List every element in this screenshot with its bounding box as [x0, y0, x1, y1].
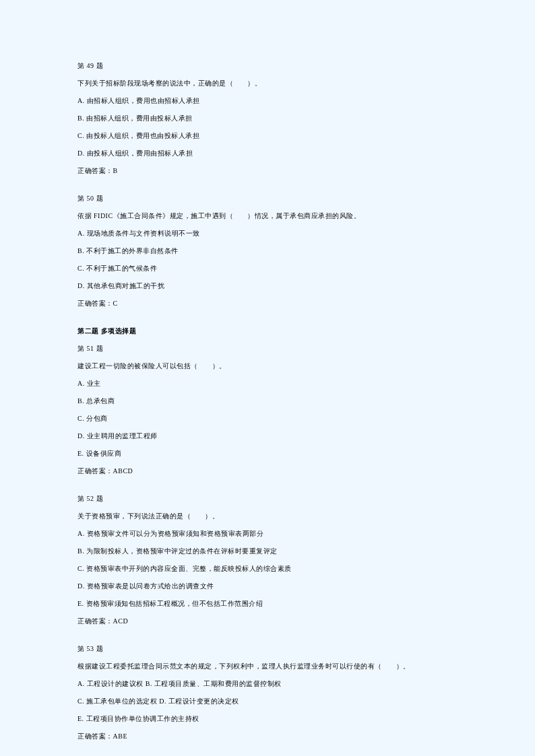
question-option: D. 由投标人组织，费用由招标人承担 — [77, 148, 458, 158]
question-answer: 正确答案：B — [77, 166, 458, 176]
question-header: 第 53 题 — [77, 644, 458, 654]
question-option: E. 工程项目协作单位协调工作的主持权 — [77, 714, 458, 724]
question-stem: 根据建设工程委托监理合同示范文本的规定，下列权利中，监理人执行监理业务时可以行使… — [77, 661, 458, 671]
question-option: C. 由投标人组织，费用也由投标人承担 — [77, 131, 458, 141]
question-block: 第 51 题 建设工程一切险的被保险人可以包括（ ）。 A. 业主 B. 总承包… — [77, 343, 458, 476]
question-answer: 正确答案：ABCD — [77, 466, 458, 476]
section-title: 第二题 多项选择题 — [77, 326, 458, 336]
question-option: A. 工程设计的建议权 B. 工程项目质量、工期和费用的监督控制权 — [77, 679, 458, 689]
question-option: C. 资格预审表中开列的内容应全面、完整，能反映投标人的综合素质 — [77, 563, 458, 574]
question-option: D. 其他承包商对施工的干扰 — [77, 281, 458, 291]
question-answer: 正确答案：C — [77, 298, 458, 308]
question-option: A. 业主 — [77, 378, 458, 388]
question-stem: 依据 FIDIC《施工合同条件》规定，施工中遇到（ ）情况，属于承包商应承担的风… — [77, 211, 458, 221]
question-stem: 下列关于招标阶段现场考察的说法中，正确的是（ ）。 — [77, 78, 458, 88]
question-header: 第 49 题 — [77, 61, 458, 71]
question-block: 第 49 题 下列关于招标阶段现场考察的说法中，正确的是（ ）。 A. 由招标人… — [77, 61, 458, 176]
question-option: B. 为限制投标人，资格预审中评定过的条件在评标时要重复评定 — [77, 546, 458, 556]
question-option: A. 现场地质条件与文件资料说明不一致 — [77, 228, 458, 238]
question-option: C. 不利于施工的气候条件 — [77, 263, 458, 273]
question-option: D. 资格预审表是以问卷方式给出的调查文件 — [77, 581, 458, 591]
question-option: E. 资格预审须知包括招标工程概况，但不包括工作范围介绍 — [77, 598, 458, 609]
question-answer: 正确答案：ABE — [77, 731, 458, 741]
question-option: C. 施工承包单位的选定权 D. 工程设计变更的决定权 — [77, 696, 458, 706]
question-stem: 关于资格预审，下列说法正确的是（ ）。 — [77, 511, 458, 521]
question-header: 第 50 题 — [77, 193, 458, 203]
question-block: 第 53 题 根据建设工程委托监理合同示范文本的规定，下列权利中，监理人执行监理… — [77, 644, 458, 741]
question-option: E. 设备供应商 — [77, 448, 458, 458]
question-option: A. 资格预审文件可以分为资格预审须知和资格预审表两部分 — [77, 528, 458, 539]
question-option: D. 业主聘用的监理工程师 — [77, 431, 458, 441]
question-header: 第 52 题 — [77, 493, 458, 504]
question-header: 第 51 题 — [77, 343, 458, 353]
question-block: 第 52 题 关于资格预审，下列说法正确的是（ ）。 A. 资格预审文件可以分为… — [77, 493, 458, 626]
question-block: 第 50 题 依据 FIDIC《施工合同条件》规定，施工中遇到（ ）情况，属于承… — [77, 193, 458, 308]
question-answer: 正确答案：ACD — [77, 616, 458, 626]
question-option: C. 分包商 — [77, 413, 458, 423]
question-option: B. 不利于施工的外界非自然条件 — [77, 246, 458, 256]
question-option: A. 由招标人组织，费用也由招标人承担 — [77, 96, 458, 106]
question-option: B. 总承包商 — [77, 396, 458, 406]
question-stem: 建设工程一切险的被保险人可以包括（ ）。 — [77, 361, 458, 371]
question-option: B. 由招标人组织，费用由投标人承担 — [77, 113, 458, 123]
